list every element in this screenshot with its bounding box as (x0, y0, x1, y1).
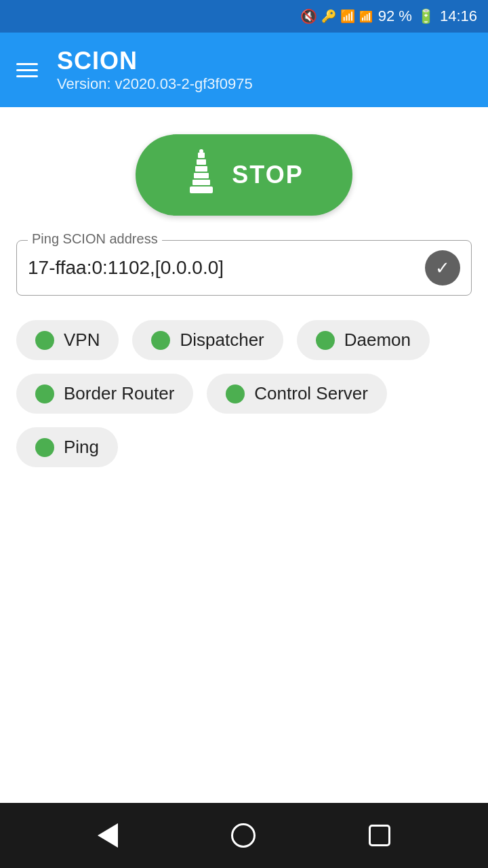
service-chip-vpn[interactable]: VPN (16, 320, 119, 360)
service-label-ping: Ping (64, 437, 99, 458)
service-label-border-router: Border Router (64, 383, 174, 404)
vpn-key-icon: 🔑 (321, 9, 336, 24)
service-chip-ping[interactable]: Ping (16, 427, 118, 467)
svg-rect-5 (192, 180, 210, 185)
app-bar: SCION Version: v2020.03-2-gf3f0975 (0, 33, 488, 107)
stop-button-label: STOP (232, 161, 303, 189)
service-chip-border-router[interactable]: Border Router (16, 374, 193, 414)
recents-icon (369, 825, 390, 846)
services-row-1: VPN Dispatcher Daemon (16, 320, 472, 360)
checkmark-icon: ✓ (435, 258, 450, 279)
service-status-control-server (226, 384, 245, 403)
tower-icon (184, 144, 218, 205)
service-status-vpn (35, 331, 54, 350)
mute-icon: 🔇 (300, 8, 317, 24)
home-button[interactable] (231, 823, 256, 848)
ping-input-row: 17-ffaa:0:1102,[0.0.0.0] ✓ (28, 250, 460, 285)
service-chip-dispatcher[interactable]: Dispatcher (132, 320, 283, 360)
svg-rect-4 (194, 173, 209, 178)
services-container: VPN Dispatcher Daemon Border Router Cont… (16, 320, 472, 467)
svg-rect-6 (190, 186, 213, 193)
ping-address-value[interactable]: 17-ffaa:0:1102,[0.0.0.0] (28, 257, 224, 279)
service-status-border-router (35, 384, 54, 403)
service-label-dispatcher: Dispatcher (180, 330, 264, 351)
ping-submit-button[interactable]: ✓ (425, 250, 460, 285)
battery-percent: 92 % (378, 7, 412, 25)
service-label-control-server: Control Server (254, 383, 368, 404)
service-status-dispatcher (151, 331, 170, 350)
stop-button[interactable]: STOP (136, 134, 352, 216)
svg-rect-1 (198, 153, 205, 158)
ping-input-container: Ping SCION address 17-ffaa:0:1102,[0.0.0… (16, 240, 472, 296)
service-status-daemon (316, 331, 335, 350)
ping-input-label: Ping SCION address (28, 231, 162, 247)
signal-icon: 📶 (359, 10, 373, 23)
bottom-nav (0, 803, 488, 868)
services-row-2: Border Router Control Server (16, 374, 472, 414)
status-bar: 🔇 🔑 📶 📶 92 % 🔋 14:16 (0, 0, 488, 33)
svg-rect-3 (195, 166, 207, 172)
services-row-3: Ping (16, 427, 472, 467)
app-title-block: SCION Version: v2020.03-2-gf3f0975 (57, 47, 253, 93)
service-label-daemon: Daemon (344, 330, 411, 351)
recents-button[interactable] (369, 825, 390, 846)
svg-rect-2 (197, 159, 206, 165)
service-status-ping (35, 438, 54, 457)
service-label-vpn: VPN (64, 330, 100, 351)
service-chip-control-server[interactable]: Control Server (207, 374, 387, 414)
wifi-icon: 📶 (340, 9, 355, 24)
main-content: STOP Ping SCION address 17-ffaa:0:1102,[… (0, 107, 488, 803)
status-icons: 🔇 🔑 📶 📶 (300, 8, 373, 24)
back-button[interactable] (98, 823, 118, 848)
menu-button[interactable] (16, 63, 38, 77)
app-version: Version: v2020.03-2-gf3f0975 (57, 75, 253, 93)
back-icon (98, 823, 118, 848)
service-chip-daemon[interactable]: Daemon (297, 320, 430, 360)
battery-icon: 🔋 (418, 8, 434, 24)
app-title: SCION (57, 47, 253, 75)
home-icon (231, 823, 256, 848)
clock: 14:16 (440, 7, 477, 25)
